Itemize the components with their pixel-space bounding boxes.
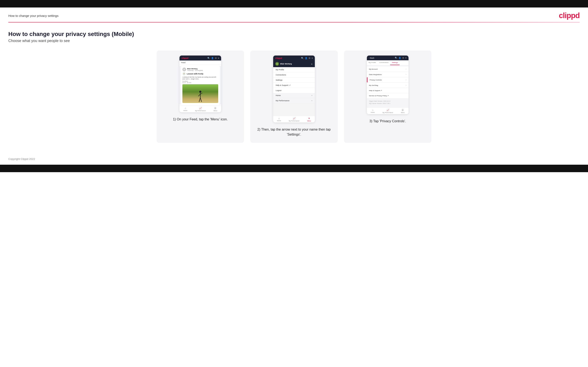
search-icon: 🔍 [208, 57, 210, 59]
svg-line-3 [200, 93, 202, 94]
phone-2-bottom-bar: ⌂ Home 📈 My Performance ✕ Menu [273, 116, 315, 123]
menu-item-connections[interactable]: Connections [273, 72, 315, 78]
performance-icon: 📈 [199, 107, 202, 109]
post-duration-value: 01 hr : 30 min [182, 82, 218, 83]
menu-user-info: B Blair McHarg [275, 62, 292, 66]
chevron-right-icon: › [406, 84, 406, 86]
menu-item-settings[interactable]: Settings [273, 78, 315, 83]
menu-section-home[interactable]: Home ▾ [273, 93, 315, 98]
phone-screen-2: clippd 🔍 👤 ⚙ ▾ B Blair McHarg ▲ [273, 56, 315, 123]
chevron-down-icon: ▾ [312, 57, 313, 59]
feed-post-header: B Blair McHarg Yesterday · Sunningdale [182, 67, 218, 71]
bottom-bar-background [0, 165, 588, 172]
settings-item-data-integrations[interactable]: Data Integrations › [367, 72, 408, 77]
home-label: Home [371, 112, 375, 113]
chevron-right-icon: › [406, 68, 406, 70]
performance-label: My Performance [289, 120, 299, 122]
post-text: Looking to feel like my hands are exitin… [182, 76, 218, 80]
phone-screen-1: clippd 🔍 👤 ⚙ ▾ Feed B [180, 56, 221, 112]
top-bar [0, 0, 588, 8]
bottom-bar-home: ⌂ Home [277, 117, 281, 122]
blurred-bg [273, 103, 315, 116]
tab-connections[interactable]: Connections [378, 60, 390, 65]
lesson-title: Lesson with Fordy [187, 73, 203, 75]
menu-item-logout[interactable]: Logout [273, 88, 315, 93]
settings-back-bar: ‹ Back 🔍 👤 ⚙ ▾ [367, 56, 408, 60]
page-subtitle: Choose what you want people to see [8, 39, 580, 43]
feed-tab: Feed [180, 60, 221, 65]
bottom-bar-performance: 📈 My Performance [289, 117, 299, 122]
breadcrumb: How to change your privacy settings [8, 14, 59, 17]
settings-icon: ⚙ [215, 57, 217, 59]
home-icon: ⌂ [185, 107, 186, 109]
phone-1-logo: clippd [182, 57, 188, 59]
chevron-right-icon: › [406, 73, 406, 75]
feed-post: B Blair McHarg Yesterday · Sunningdale 🏌… [181, 66, 220, 104]
home-icon: ⌂ [278, 117, 280, 120]
settings-item-my-golf-bag[interactable]: My Golf Bag › [367, 83, 408, 88]
tab-my-profile[interactable]: My Profile [367, 60, 378, 65]
tab-settings[interactable]: Settings [390, 60, 399, 65]
menu-label: Menu [401, 112, 405, 113]
settings-icon: ⚙ [309, 57, 311, 59]
user-icon: 👤 [398, 57, 401, 59]
chevron-up-icon: ▲ [311, 63, 313, 65]
user-icon: 👤 [211, 57, 214, 59]
my-golf-bag-label: My Golf Bag [369, 84, 378, 86]
menu-icon: ☰ [402, 109, 404, 111]
phone-3-bottom-bar: ⌂ Home 📈 My Performance ☰ Menu [367, 108, 408, 114]
menu-section: Home ▾ My Performance ▾ [273, 93, 315, 103]
lesson-row: 🏌 Lesson with Fordy [182, 72, 218, 75]
performance-label: My Performance [382, 112, 393, 113]
phone-3-nav-icons: 🔍 👤 ⚙ ▾ [395, 57, 406, 59]
home-icon: ⌂ [372, 109, 373, 111]
steps-container: clippd 🔍 👤 ⚙ ▾ Feed B [8, 50, 580, 143]
settings-item-help-support[interactable]: Help & Support ↗ [367, 88, 408, 93]
post-duration-label: Duration [182, 81, 218, 82]
settings-item-privacy-controls[interactable]: Privacy Controls › [367, 77, 408, 82]
settings-item-my-account[interactable]: My Account › [367, 67, 408, 72]
menu-icon: ☰ [214, 107, 216, 109]
phone-1-bottom-bar: ⌂ Home 📈 My Performance ☰ Menu [180, 106, 221, 112]
my-account-label: My Account [369, 68, 378, 70]
bottom-bar-menu[interactable]: ☰ Menu [214, 107, 217, 111]
copyright: Copyright Clippd 2022 [8, 157, 35, 160]
help-support-label: Help & Support ↗ [369, 90, 382, 92]
performance-section-label: My Performance [276, 100, 289, 102]
svg-line-4 [199, 98, 200, 102]
bottom-bar-menu-close[interactable]: ✕ Menu [307, 117, 311, 122]
settings-icon: ⚙ [402, 57, 404, 59]
back-button[interactable]: ‹ Back [369, 57, 374, 59]
phone-1-content: B Blair McHarg Yesterday · Sunningdale 🏌… [180, 66, 221, 104]
step-3-card: ‹ Back 🔍 👤 ⚙ ▾ My Profile Connections Se… [344, 50, 432, 143]
logo: clippd [559, 11, 580, 20]
privacy-controls-label: Privacy Controls [370, 79, 382, 81]
phone-2-nav-icons: 🔍 👤 ⚙ ▾ [301, 57, 313, 59]
menu-label: Menu [307, 120, 311, 122]
service-privacy-label: Service & Privacy Policy ↗ [369, 95, 389, 97]
home-label: Home [277, 120, 281, 121]
chevron-right-icon: › [406, 79, 406, 81]
search-icon: 🔍 [395, 57, 397, 59]
golf-image [182, 84, 218, 103]
home-section-label: Home [276, 94, 281, 96]
user-icon: 👤 [305, 57, 307, 59]
menu-item-my-profile[interactable]: My Profile [273, 67, 315, 72]
bottom-bar-menu[interactable]: ☰ Menu [401, 109, 405, 113]
avatar: B [182, 67, 186, 71]
menu-list: My Profile Connections Settings Help & S… [273, 67, 315, 93]
close-icon: ✕ [308, 117, 310, 120]
settings-item-service-privacy[interactable]: Service & Privacy Policy ↗ [367, 93, 408, 98]
menu-user-row: B Blair McHarg ▲ [273, 60, 315, 67]
lesson-icon: 🏌 [182, 72, 186, 75]
settings-tabs: My Profile Connections Settings [367, 60, 408, 65]
menu-section-performance[interactable]: My Performance ▾ [273, 98, 315, 103]
post-date: Yesterday · Sunningdale [187, 70, 203, 71]
home-label: Home [183, 110, 187, 111]
svg-line-5 [200, 98, 202, 102]
data-integrations-label: Data Integrations [369, 74, 382, 75]
menu-label: Menu [214, 110, 217, 111]
menu-item-help-support[interactable]: Help & Support ↗ [273, 83, 315, 88]
footer: Copyright Clippd 2022 [0, 153, 588, 165]
page-title: How to change your privacy settings (Mob… [8, 31, 580, 37]
